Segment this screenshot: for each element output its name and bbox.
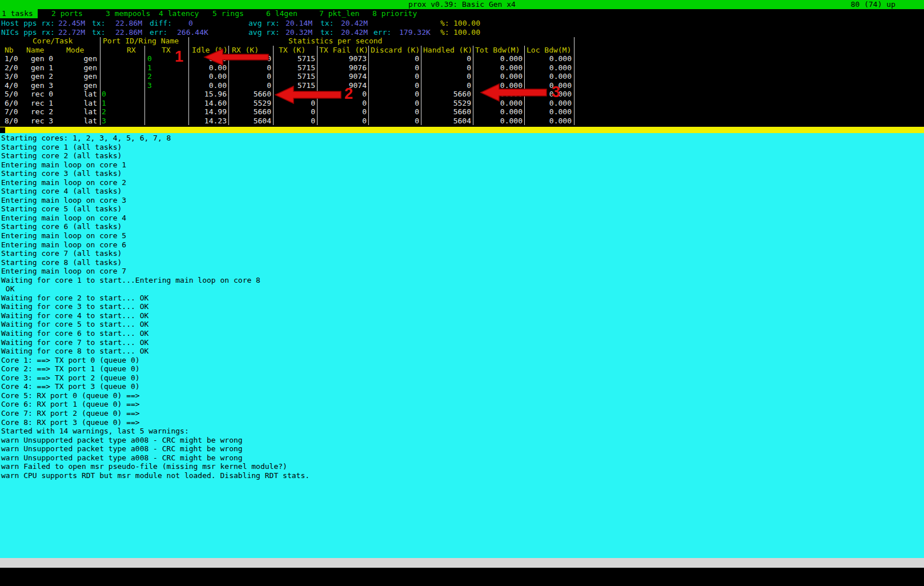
col-nb: Nb	[5, 46, 14, 55]
screen-tab[interactable]: 3 mempools	[106, 9, 150, 18]
screen-tab[interactable]: 6 l4gen	[266, 9, 298, 18]
cell-name: gen 0	[31, 54, 53, 63]
screen-tab[interactable]: 1 tasks	[0, 9, 38, 18]
cell-mode: gen	[59, 54, 97, 63]
col-discard: Discard (K)	[371, 46, 420, 55]
col-rx-k: RX (K)	[232, 46, 259, 55]
cell-tx-k: 5715	[298, 72, 315, 81]
log-line: Starting core 5 (all tasks)	[1, 204, 310, 214]
cell-mode: lat	[59, 90, 97, 99]
cell-handled: 0	[467, 63, 471, 73]
log-line: Starting core 4 (all tasks)	[1, 187, 310, 196]
cell-loc-bdw: 0.000	[549, 117, 572, 126]
cell-handled: 5529	[453, 99, 471, 108]
group-core-task: Core/Task	[33, 37, 73, 46]
cell-rx-k: 5660	[254, 90, 271, 99]
host-pps-label: Host pps rx:	[1, 19, 55, 28]
cell-rx-k: 0	[267, 63, 271, 73]
cell-nb: 6/0	[5, 99, 18, 108]
uptime-counter: 80 (74) up	[851, 0, 895, 9]
log-line: warn Unsupported packet type a008 - CRC …	[1, 453, 310, 463]
cell-loc-bdw: 0.000	[549, 99, 572, 108]
cell-name: gen 3	[31, 81, 53, 90]
cell-nb: 2/0	[5, 63, 18, 73]
screen-tab[interactable]: 5 rings	[212, 9, 244, 18]
log-line: warn Unsupported packet type a008 - CRC …	[1, 436, 310, 445]
group-stats-per-sec: Statistics per second	[288, 37, 382, 46]
log-area[interactable]: Starting cores: 1, 2, 3, 4, 5, 6, 7, 8 S…	[0, 133, 924, 558]
col-mode: Mode	[66, 46, 84, 55]
col-idle: Idle (%)	[192, 46, 228, 55]
cell-loc-bdw: 0.000	[549, 107, 572, 117]
cell-idle: 0.00	[209, 81, 227, 90]
cell-nb: 4/0	[5, 81, 18, 90]
host-avg-rx-label: avg rx:	[248, 19, 280, 28]
cell-idle: 14.60	[204, 99, 227, 108]
log-line: Waiting for core 8 to start... OK	[1, 347, 310, 356]
nics-err-label: err:	[150, 28, 167, 37]
log-line: Core 1: ==> TX port 0 (queue 0)	[1, 356, 310, 365]
log-line: Core 4: ==> TX port 3 (queue 0)	[1, 382, 310, 391]
nics-pct-value: 100.00	[453, 28, 480, 37]
cell-tot-bdw: 0.000	[500, 63, 523, 73]
col-tot-bdw: Tot Bdw(M)	[475, 46, 520, 55]
screen-tab[interactable]: 7 pkt_len	[319, 9, 359, 18]
log-line: Core 8: RX port 3 (queue 0) ==>	[1, 418, 310, 427]
terminal-screen[interactable]: prox v0.39: Basic Gen x4 80 (74) up 1 ta…	[0, 0, 924, 586]
col-tx-k: TX (K)	[279, 46, 306, 55]
cell-tot-bdw: 0.000	[500, 117, 523, 126]
cell-nb: 5/0	[5, 90, 18, 99]
col-tx: TX	[162, 46, 171, 55]
cell-discard: 0	[415, 81, 419, 90]
screen-tab[interactable]: 2 ports	[51, 9, 83, 18]
log-line: Waiting for core 3 to start... OK	[1, 302, 310, 311]
cell-name: gen 1	[31, 63, 53, 73]
cell-handled: 5660	[453, 107, 471, 117]
cell-tx-fail: 0	[362, 99, 367, 108]
cell-tot-bdw: 0.000	[500, 72, 523, 81]
cell-mode: lat	[59, 99, 97, 108]
cell-idle: 14.23	[204, 117, 227, 126]
cell-handled: 0	[467, 81, 471, 90]
host-rx-value: 22.45M	[58, 19, 85, 28]
cell-tot-bdw: 0.000	[500, 81, 523, 90]
cell-tx-k: 5715	[298, 81, 315, 90]
cell-rx-k: 5660	[254, 107, 271, 117]
host-avg-tx-label: tx:	[320, 19, 334, 28]
screen-tab[interactable]: 8 priority	[372, 9, 417, 18]
cell-rx-k: 0	[267, 81, 271, 90]
log-line: Waiting for core 6 to start... OK	[1, 329, 310, 338]
cell-tot-bdw: 0.000	[500, 54, 523, 63]
log-line: Entering main loop on core 6	[1, 240, 310, 250]
cell-tx-fail: 0	[362, 107, 367, 117]
log-line: Starting core 6 (all tasks)	[1, 222, 310, 231]
cell-rx-k: 0	[267, 54, 271, 63]
table-column-header: Nb Name Mode RX TX Idle (%) RX (K) TX (K…	[0, 46, 574, 55]
host-stats-line: Host pps rx: 22.45M tx: 22.86M diff: 0 a…	[0, 19, 924, 28]
cell-tot-bdw: 0.000	[500, 107, 523, 117]
screen-tab[interactable]: 4 latency	[159, 9, 199, 18]
cell-tx-k: 0	[311, 107, 315, 117]
cell-tot-bdw: 0.000	[500, 90, 523, 99]
nics-pps-label: NICs pps rx:	[1, 28, 55, 37]
cell-discard: 0	[415, 72, 419, 81]
cell-discard: 0	[415, 99, 419, 108]
cell-idle: 0.00	[209, 72, 227, 81]
cell-nb: 7/0	[5, 107, 18, 117]
log-line: Started with 14 warnings, last 5 warning…	[1, 427, 310, 436]
cell-handled: 5604	[453, 117, 471, 126]
cell-loc-bdw: 0.000	[549, 90, 572, 99]
log-line: Core 3: ==> TX port 2 (queue 0)	[1, 374, 310, 383]
cell-discard: 0	[415, 54, 419, 63]
cell-tx-port: 3	[147, 81, 152, 90]
table-row: 5/0 rec 0 lat 0 15.96 5660 0 0 0 5660 0.…	[0, 90, 574, 99]
log-line: Core 5: RX port 0 (queue 0) ==>	[1, 391, 310, 400]
footer-strip	[0, 568, 924, 586]
table-divider	[574, 37, 575, 125]
nics-avg-tx-value: 20.42M	[341, 28, 368, 37]
cell-tx-fail: 0	[362, 90, 367, 99]
nics-stats-line: NICs pps rx: 22.72M tx: 22.86M err: 266.…	[0, 28, 924, 37]
cell-idle: 0.00	[209, 63, 227, 73]
log-line: Starting core 8 (all tasks)	[1, 258, 310, 267]
cell-nb: 3/0	[5, 72, 18, 81]
